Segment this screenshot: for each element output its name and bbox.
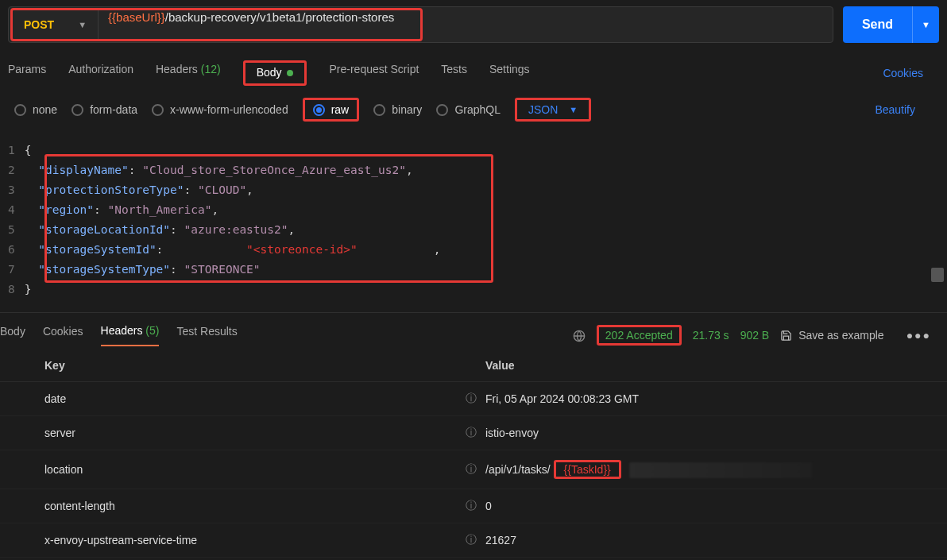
response-headers-table: Key Value date ⓘ Fri, 05 Apr 2024 00:08:… xyxy=(0,346,947,558)
resp-tab-headers[interactable]: Headers (5) xyxy=(101,324,160,346)
save-example-label: Save as example xyxy=(798,329,883,342)
send-button[interactable]: Send xyxy=(843,6,912,43)
url-variable: {{baseUrl}} xyxy=(108,10,165,24)
resp-tab-headers-label: Headers xyxy=(101,324,143,337)
tab-body-label: Body xyxy=(257,66,282,79)
radio-none[interactable]: none xyxy=(14,103,57,116)
radio-raw[interactable]: raw xyxy=(313,103,350,116)
header-key: x-envoy-upstream-service-time xyxy=(44,534,466,546)
modified-dot-icon xyxy=(287,70,293,76)
resp-tab-testresults[interactable]: Test Results xyxy=(176,325,237,346)
globe-icon[interactable] xyxy=(573,328,586,342)
tab-headers[interactable]: Headers (12) xyxy=(156,63,221,83)
header-value: 0 xyxy=(485,500,492,512)
response-size: 902 B xyxy=(740,329,770,342)
radio-xform[interactable]: x-www-form-urlencoded xyxy=(152,103,288,116)
http-method-select[interactable]: POST ▼ xyxy=(13,10,99,39)
beautify-link[interactable]: Beautify xyxy=(875,103,933,116)
tab-params[interactable]: Params xyxy=(8,63,46,83)
taskid-variable: {{TaskId}} xyxy=(554,460,621,479)
header-key: location xyxy=(44,463,466,476)
radio-formdata[interactable]: form-data xyxy=(72,103,137,116)
status-code: 202 Accepted xyxy=(597,325,682,346)
resp-tab-cookies[interactable]: Cookies xyxy=(43,325,83,346)
scrollbar-thumb[interactable] xyxy=(931,268,944,282)
header-key: content-length xyxy=(44,500,466,512)
info-icon[interactable]: ⓘ xyxy=(466,392,485,406)
body-format-label: JSON xyxy=(528,103,558,116)
chevron-down-icon: ▼ xyxy=(922,20,930,29)
chevron-down-icon: ▼ xyxy=(569,105,578,114)
tab-tests[interactable]: Tests xyxy=(441,63,467,83)
header-key: date xyxy=(44,392,466,405)
redacted-value xyxy=(629,462,812,478)
radio-raw-highlight: raw xyxy=(303,98,360,122)
cookies-link[interactable]: Cookies xyxy=(883,67,939,79)
info-icon[interactable]: ⓘ xyxy=(466,499,485,513)
table-row: content-length ⓘ 0 xyxy=(0,489,947,523)
body-format-select[interactable]: JSON ▼ xyxy=(515,98,591,122)
line-gutter: 1 2 3 4 5 6 7 8 xyxy=(8,141,25,299)
tab-authorization[interactable]: Authorization xyxy=(68,63,133,83)
info-icon[interactable]: ⓘ xyxy=(466,533,485,547)
tab-headers-label: Headers xyxy=(156,63,198,75)
code-content: { "displayName": "Cloud_store_StoreOnce_… xyxy=(25,141,947,299)
tab-settings[interactable]: Settings xyxy=(489,63,530,83)
table-row: location ⓘ /api/v1/tasks/ {{TaskId}} xyxy=(0,450,947,489)
header-value: /api/v1/tasks/ {{TaskId}} xyxy=(485,460,812,479)
header-value: Fri, 05 Apr 2024 00:08:23 GMT xyxy=(485,392,639,405)
save-as-example[interactable]: Save as example xyxy=(780,329,887,342)
chevron-down-icon: ▼ xyxy=(78,20,87,29)
url-input[interactable]: {{baseUrl}}/backup-recovery/v1beta1/prot… xyxy=(99,10,420,39)
info-icon[interactable]: ⓘ xyxy=(466,426,485,440)
more-menu-icon[interactable]: ●●● xyxy=(899,329,939,342)
table-row: server ⓘ istio-envoy xyxy=(0,416,947,450)
radio-graphql[interactable]: GraphQL xyxy=(436,103,501,116)
table-row: date ⓘ Fri, 05 Apr 2024 00:08:23 GMT xyxy=(0,382,947,416)
request-tabs: Params Authorization Headers (12) Body P… xyxy=(0,49,947,87)
response-tabs: Body Cookies Headers (5) Test Results 20… xyxy=(0,312,947,346)
response-meta: 202 Accepted 21.73 s 902 B Save as examp… xyxy=(573,325,939,346)
header-key: server xyxy=(44,427,466,439)
send-button-group: Send ▼ xyxy=(843,6,939,43)
body-type-row: none form-data x-www-form-urlencoded raw… xyxy=(0,87,947,133)
info-icon[interactable]: ⓘ xyxy=(466,462,485,477)
send-dropdown-button[interactable]: ▼ xyxy=(912,6,939,43)
save-icon xyxy=(780,330,792,342)
url-path: /backup-recovery/v1beta1/protection-stor… xyxy=(165,10,394,24)
http-method-label: POST xyxy=(24,18,54,31)
col-key: Key xyxy=(44,359,485,372)
request-url-bar: POST ▼ {{baseUrl}}/backup-recovery/v1bet… xyxy=(8,6,833,43)
body-editor[interactable]: 1 2 3 4 5 6 7 8 { "displayName": "Cloud_… xyxy=(0,133,947,307)
header-value: 21627 xyxy=(485,534,516,546)
table-row: x-envoy-upstream-service-time ⓘ 21627 xyxy=(0,523,947,558)
col-value: Value xyxy=(485,359,939,372)
header-value: istio-envoy xyxy=(485,427,539,439)
response-time: 21.73 s xyxy=(693,329,729,342)
tab-headers-count: (12) xyxy=(201,63,221,75)
radio-binary[interactable]: binary xyxy=(373,103,422,116)
tab-body[interactable]: Body xyxy=(243,60,307,86)
tab-prerequest[interactable]: Pre-request Script xyxy=(329,63,419,83)
resp-tab-headers-count: (5) xyxy=(145,324,159,337)
resp-tab-body[interactable]: Body xyxy=(0,325,25,346)
